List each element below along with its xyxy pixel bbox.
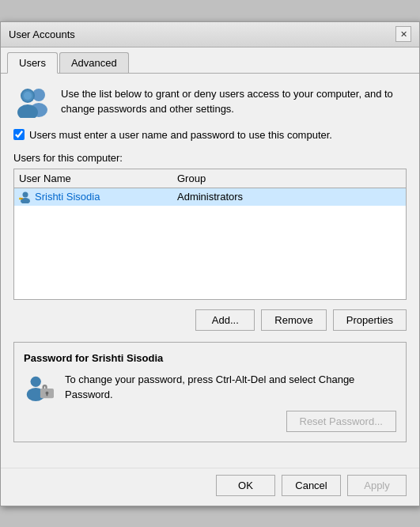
user-group-cell: Administrators (177, 191, 401, 203)
tab-users[interactable]: Users (7, 52, 58, 74)
apply-button[interactable]: Apply (347, 475, 407, 496)
cancel-button[interactable]: Cancel (282, 475, 341, 496)
require-password-label[interactable]: Users must enter a user name and passwor… (29, 129, 332, 141)
users-icon (13, 86, 51, 118)
table-header: User Name Group (14, 169, 406, 188)
svg-point-5 (24, 92, 32, 100)
password-info: To change your password, press Ctrl-Alt-… (24, 372, 396, 432)
add-button[interactable]: Add... (195, 309, 255, 331)
col-header-group: Group (177, 173, 401, 184)
info-text: Use the list below to grant or deny user… (61, 86, 407, 117)
users-table: User Name Group (13, 169, 407, 300)
svg-point-6 (23, 191, 28, 197)
properties-button[interactable]: Properties (333, 309, 407, 331)
svg-point-10 (31, 376, 41, 386)
require-password-checkbox[interactable] (13, 129, 25, 140)
user-name: Srishti Sisodia (35, 191, 100, 203)
svg-rect-16 (47, 392, 48, 396)
password-section: Password for Srishti Sisodia (13, 342, 407, 442)
remove-button[interactable]: Remove (261, 309, 326, 331)
footer: OK Cancel Apply (1, 468, 419, 506)
info-section: Use the list below to grant or deny user… (13, 86, 407, 118)
table-row[interactable]: Srishti Sisodia Administrators (14, 188, 406, 206)
col-header-username: User Name (19, 173, 177, 184)
reset-btn-row: Reset Password... (65, 411, 396, 432)
lock-user-icon (24, 372, 55, 404)
ok-button[interactable]: OK (216, 475, 275, 496)
user-accounts-window: User Accounts ✕ Users Advanced (0, 21, 420, 506)
require-password-row: Users must enter a user name and passwor… (13, 129, 407, 141)
window-title: User Accounts (9, 28, 75, 40)
table-body: Srishti Sisodia Administrators (14, 188, 406, 299)
user-row-icon (19, 191, 32, 203)
svg-point-9 (19, 197, 21, 199)
tab-bar: Users Advanced (1, 47, 419, 74)
reset-password-button[interactable]: Reset Password... (286, 411, 397, 432)
user-name-cell: Srishti Sisodia (19, 191, 177, 203)
tab-advanced[interactable]: Advanced (59, 52, 129, 73)
user-action-buttons: Add... Remove Properties (13, 309, 407, 331)
title-bar: User Accounts ✕ (1, 22, 419, 47)
password-text-block: To change your password, press Ctrl-Alt-… (65, 372, 396, 432)
users-for-computer-label: Users for this computer: (13, 152, 407, 164)
password-text: To change your password, press Ctrl-Alt-… (65, 372, 396, 403)
main-content: Use the list below to grant or deny user… (1, 74, 419, 468)
password-section-title: Password for Srishti Sisodia (24, 352, 396, 364)
close-button[interactable]: ✕ (395, 26, 411, 42)
